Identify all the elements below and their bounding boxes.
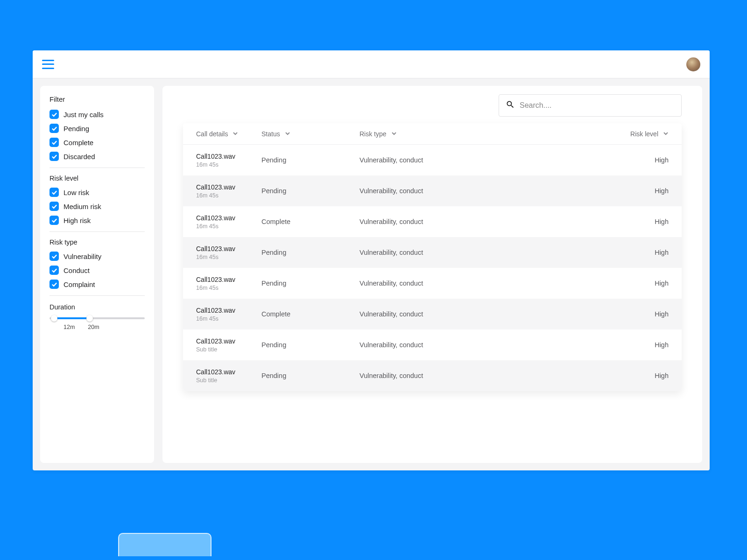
filter-group-risklevel: Low riskMedium riskHigh risk bbox=[49, 188, 145, 225]
cell-risklevel: High bbox=[617, 280, 669, 287]
duration-slider-labels: 12m 20m bbox=[49, 324, 145, 330]
column-header-risktype[interactable]: Risk type bbox=[359, 130, 617, 138]
duration-min-label: 12m bbox=[63, 324, 75, 330]
table-body: Call1023.wav16m 45sPendingVulnerability,… bbox=[183, 145, 682, 391]
cell-details: Call1023.wavSub title bbox=[196, 368, 261, 384]
checkbox-checked-icon[interactable] bbox=[49, 280, 59, 289]
calls-table: Call details Status Risk type Risk level bbox=[183, 123, 682, 391]
checkbox-checked-icon[interactable] bbox=[49, 152, 59, 161]
filter-checkbox-label: Just my calls bbox=[63, 111, 104, 119]
filter-group-title-risktype: Risk type bbox=[49, 238, 145, 246]
cell-risklevel: High bbox=[617, 341, 669, 349]
cell-details: Call1023.wav16m 45s bbox=[196, 307, 261, 322]
table-row[interactable]: Call1023.wavSub titlePendingVulnerabilit… bbox=[183, 329, 682, 360]
chevron-down-icon bbox=[233, 130, 238, 138]
status-label: Pending bbox=[261, 249, 286, 256]
filter-checkbox-row[interactable]: Medium risk bbox=[49, 202, 145, 211]
search-input[interactable] bbox=[520, 101, 675, 110]
risktype-label: Vulnerability, conduct bbox=[359, 156, 423, 164]
risklevel-label: High bbox=[617, 156, 669, 164]
divider bbox=[49, 231, 145, 232]
checkbox-checked-icon[interactable] bbox=[49, 188, 59, 197]
checkbox-checked-icon[interactable] bbox=[49, 252, 59, 261]
call-duration: Sub title bbox=[196, 377, 235, 384]
cell-details: Call1023.wavSub title bbox=[196, 337, 261, 353]
status-label: Complete bbox=[261, 310, 290, 318]
table-row[interactable]: Call1023.wavSub titlePendingVulnerabilit… bbox=[183, 360, 682, 391]
cell-risklevel: High bbox=[617, 249, 669, 256]
call-filename: Call1023.wav bbox=[196, 245, 235, 252]
filter-checkbox-row[interactable]: Vulnerability bbox=[49, 252, 145, 261]
cell-risklevel: High bbox=[617, 156, 669, 164]
filter-checkbox-row[interactable]: Pending bbox=[49, 124, 145, 133]
duration-slider-fill bbox=[54, 317, 90, 319]
duration-slider-handle-max[interactable] bbox=[86, 315, 93, 322]
column-header-status[interactable]: Status bbox=[261, 130, 359, 138]
cell-status: Pending bbox=[261, 187, 359, 195]
column-header-label: Call details bbox=[196, 130, 228, 138]
cell-details: Call1023.wav16m 45s bbox=[196, 276, 261, 291]
risktype-label: Vulnerability, conduct bbox=[359, 249, 423, 256]
call-filename: Call1023.wav bbox=[196, 337, 235, 345]
search-wrap bbox=[171, 94, 694, 117]
filter-checkbox-label: Vulnerability bbox=[63, 252, 101, 260]
filter-checkbox-row[interactable]: Just my calls bbox=[49, 110, 145, 119]
table-row[interactable]: Call1023.wav16m 45sPendingVulnerability,… bbox=[183, 237, 682, 268]
checkbox-checked-icon[interactable] bbox=[49, 138, 59, 147]
checkbox-checked-icon[interactable] bbox=[49, 202, 59, 211]
filter-group-risktype: VulnerabilityConductComplaint bbox=[49, 252, 145, 289]
table-row[interactable]: Call1023.wav16m 45sPendingVulnerability,… bbox=[183, 145, 682, 175]
filter-checkbox-row[interactable]: High risk bbox=[49, 216, 145, 225]
thinker-badge bbox=[118, 533, 211, 556]
risklevel-label: High bbox=[617, 187, 669, 195]
table-row[interactable]: Call1023.wav16m 45sPendingVulnerability,… bbox=[183, 175, 682, 206]
call-filename: Call1023.wav bbox=[196, 214, 235, 222]
table-row[interactable]: Call1023.wav16m 45sCompleteVulnerability… bbox=[183, 299, 682, 329]
call-filename: Call1023.wav bbox=[196, 153, 235, 160]
filter-checkbox-row[interactable]: Complete bbox=[49, 138, 145, 147]
filter-checkbox-label: Discarded bbox=[63, 153, 95, 161]
cell-status: Pending bbox=[261, 341, 359, 349]
cell-details: Call1023.wav16m 45s bbox=[196, 245, 261, 260]
filter-checkbox-row[interactable]: Conduct bbox=[49, 266, 145, 275]
duration-slider[interactable] bbox=[49, 317, 145, 319]
checkbox-checked-icon[interactable] bbox=[49, 124, 59, 133]
cell-risktype: Vulnerability, conduct bbox=[359, 310, 617, 318]
search-box[interactable] bbox=[499, 94, 682, 117]
risklevel-label: High bbox=[617, 280, 669, 287]
table-row[interactable]: Call1023.wav16m 45sCompleteVulnerability… bbox=[183, 206, 682, 237]
risklevel-label: High bbox=[617, 372, 669, 379]
checkbox-checked-icon[interactable] bbox=[49, 216, 59, 225]
risktype-label: Vulnerability, conduct bbox=[359, 218, 423, 225]
duration-slider-handle-min[interactable] bbox=[51, 315, 57, 322]
column-header-details[interactable]: Call details bbox=[196, 130, 261, 138]
filter-checkbox-label: Conduct bbox=[63, 266, 90, 274]
risklevel-label: High bbox=[617, 341, 669, 349]
filter-checkbox-label: Complaint bbox=[63, 280, 95, 288]
filter-checkbox-row[interactable]: Low risk bbox=[49, 188, 145, 197]
filter-checkbox-row[interactable]: Discarded bbox=[49, 152, 145, 161]
table-row[interactable]: Call1023.wav16m 45sPendingVulnerability,… bbox=[183, 268, 682, 299]
call-filename: Call1023.wav bbox=[196, 368, 235, 376]
divider bbox=[49, 295, 145, 296]
cell-details: Call1023.wav16m 45s bbox=[196, 153, 261, 168]
filter-checkbox-label: Low risk bbox=[63, 189, 89, 196]
cell-risktype: Vulnerability, conduct bbox=[359, 341, 617, 349]
chevron-down-icon bbox=[663, 130, 669, 138]
duration-max-label: 20m bbox=[88, 324, 99, 330]
risklevel-label: High bbox=[617, 218, 669, 225]
filter-checkbox-label: Medium risk bbox=[63, 203, 101, 210]
filter-duration: Duration 12m 20m bbox=[49, 303, 145, 330]
checkbox-checked-icon[interactable] bbox=[49, 110, 59, 119]
status-label: Pending bbox=[261, 372, 286, 379]
menu-icon[interactable] bbox=[42, 60, 54, 69]
column-header-risklevel[interactable]: Risk level bbox=[617, 130, 669, 138]
filter-checkbox-label: Pending bbox=[63, 125, 89, 133]
filter-checkbox-row[interactable]: Complaint bbox=[49, 280, 145, 289]
risktype-label: Vulnerability, conduct bbox=[359, 372, 423, 379]
column-header-label: Risk type bbox=[359, 130, 387, 138]
filter-title: Filter bbox=[49, 95, 145, 103]
checkbox-checked-icon[interactable] bbox=[49, 266, 59, 275]
call-duration: 16m 45s bbox=[196, 223, 235, 230]
avatar[interactable] bbox=[686, 57, 700, 71]
